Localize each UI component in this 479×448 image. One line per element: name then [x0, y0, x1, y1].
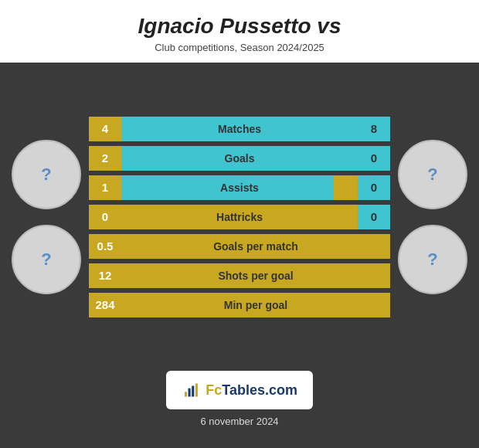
stat-bar-container: Assists — [121, 175, 358, 200]
left-avatars: ? ? — [12, 140, 81, 294]
right-avatars: ? ? — [398, 140, 467, 294]
stat-label: Shots per goal — [218, 270, 293, 282]
subtitle: Club competitions, Season 2024/2025 — [15, 42, 464, 53]
stat-value-left: 4 — [89, 117, 121, 141]
stat-value-left: 12 — [89, 263, 121, 288]
logo-tables: Tables.com — [222, 382, 297, 398]
avatar-left-top: ? — [12, 140, 81, 209]
stat-label: Min per goal — [224, 299, 287, 311]
avatar-placeholder: ? — [427, 249, 437, 270]
stat-row: 0Hattricks0 — [89, 205, 390, 229]
svg-rect-2 — [192, 386, 194, 397]
stat-row: 4Matches8 — [89, 117, 390, 141]
stat-bar-container: Matches — [121, 117, 358, 141]
stat-label: Assists — [220, 182, 259, 194]
bottom-section: FcTables.com 6 november 2024 — [166, 371, 313, 448]
stat-value-right: 0 — [358, 175, 390, 200]
stat-value-right: 0 — [358, 146, 390, 171]
stat-value-left: 1 — [89, 175, 121, 200]
stat-label: Goals — [225, 152, 255, 165]
logo-fc: Fc — [206, 382, 222, 398]
header: Ignacio Pussetto vs Club competitions, S… — [0, 0, 479, 63]
stat-row: 284Min per goal — [89, 293, 390, 317]
fctables-logo-icon — [182, 378, 199, 402]
stat-row: 12Shots per goal — [89, 263, 390, 288]
avatar-placeholder: ? — [41, 165, 51, 185]
avatar-right-top: ? — [398, 140, 467, 209]
stat-value-right: 8 — [358, 117, 390, 141]
main-content: ? ? 4Matches82Goals01Assists00Hattricks0… — [0, 63, 479, 371]
stat-value-right: 0 — [358, 205, 390, 229]
stat-value-left: 284 — [89, 293, 121, 317]
stat-value-left: 2 — [89, 146, 121, 171]
stat-label: Goals per match — [213, 240, 298, 253]
stat-bar-container: Hattricks — [121, 205, 358, 229]
avatar-right-bottom: ? — [398, 225, 467, 294]
stat-bar-container: Shots per goal — [121, 263, 390, 288]
avatar-placeholder: ? — [427, 165, 437, 185]
svg-rect-3 — [195, 383, 198, 396]
stat-bar-container: Goals per match — [121, 234, 390, 259]
stat-bar-container: Goals — [121, 146, 358, 171]
avatar-left-bottom: ? — [12, 225, 81, 294]
stat-value-left: 0 — [89, 205, 121, 229]
stat-label: Hattricks — [216, 211, 263, 223]
stat-row: 2Goals0 — [89, 146, 390, 171]
footer-date: 6 november 2024 — [200, 416, 278, 427]
footer-logo: FcTables.com — [166, 371, 313, 409]
svg-rect-0 — [185, 392, 187, 396]
stats-section: 4Matches82Goals01Assists00Hattricks00.5G… — [89, 117, 390, 317]
avatar-placeholder: ? — [41, 249, 51, 270]
stat-row: 1Assists0 — [89, 175, 390, 200]
svg-rect-1 — [189, 389, 191, 397]
stat-row: 0.5Goals per match — [89, 234, 390, 259]
stat-bar-container: Min per goal — [121, 293, 390, 317]
page-title: Ignacio Pussetto vs — [15, 14, 464, 39]
stat-label: Matches — [218, 123, 261, 135]
footer-logo-text: FcTables.com — [206, 382, 297, 399]
stat-value-left: 0.5 — [89, 234, 121, 259]
